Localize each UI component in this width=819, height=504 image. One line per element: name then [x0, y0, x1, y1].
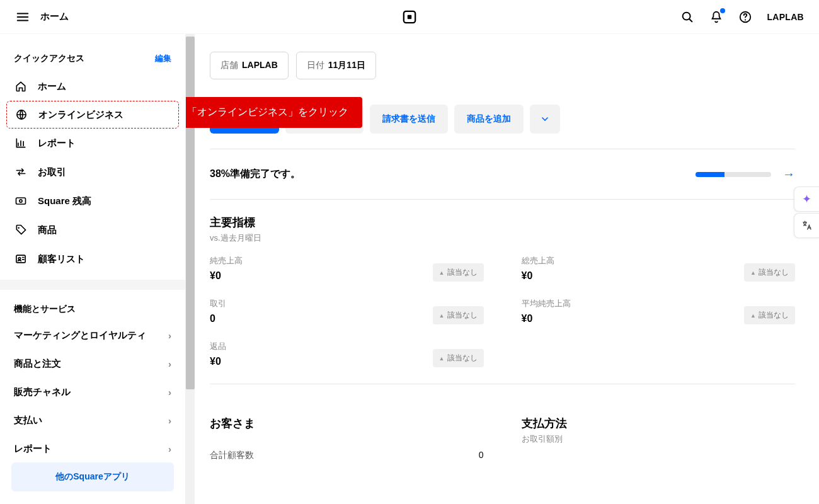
- nav-label: 商品: [38, 224, 57, 236]
- metric-name: 取引: [210, 298, 226, 309]
- nav-reports[interactable]: レポート: [0, 129, 185, 158]
- metric-value: ¥0: [210, 270, 243, 282]
- feature-channels[interactable]: 販売チャネル ›: [0, 378, 185, 406]
- features-title: 機能とサービス: [0, 292, 185, 321]
- contacts-icon: [14, 252, 28, 266]
- nav-balance[interactable]: Square 残高: [0, 186, 185, 215]
- metrics-subtitle: vs.過去月曜日: [210, 232, 795, 244]
- main-content: 「オンラインビジネス」をクリック 店舗 LAPLAB 日付 11月11日 残高に…: [186, 34, 819, 504]
- feature-reports[interactable]: レポート ›: [0, 435, 185, 459]
- metric-badge: 該当なし: [433, 263, 484, 282]
- svg-point-4: [745, 19, 746, 20]
- notification-dot: [720, 8, 725, 13]
- metric-name: 総売上高: [522, 255, 554, 266]
- svg-point-10: [18, 258, 20, 260]
- metric-value: ¥0: [522, 313, 571, 324]
- metric-badge: 該当なし: [433, 306, 484, 324]
- action-accept-payment[interactable]: 支払いの受付: [285, 105, 364, 134]
- customers-total-value: 0: [479, 450, 484, 461]
- filter-label: 日付: [307, 60, 324, 71]
- svg-point-7: [20, 200, 22, 202]
- metric-value: 0: [210, 313, 226, 324]
- section-title: お客さま: [210, 416, 484, 431]
- action-goto-balance[interactable]: 残高に移動: [210, 105, 279, 134]
- nav-items[interactable]: 商品: [0, 215, 185, 244]
- divider: [210, 384, 795, 384]
- filter-date[interactable]: 日付 11月11日: [296, 52, 376, 79]
- nav-customers[interactable]: 顧客リスト: [0, 244, 185, 273]
- quick-access-edit[interactable]: 編集: [155, 53, 171, 64]
- money-icon: [14, 194, 28, 208]
- metric-avg-net[interactable]: 平均純売上高 ¥0 該当なし: [522, 298, 796, 324]
- filter-store[interactable]: 店舗 LAPLAB: [210, 52, 289, 79]
- nav-home[interactable]: ホーム: [0, 72, 185, 101]
- section-subtitle: お取引額別: [522, 433, 796, 445]
- feature-label: 商品と注文: [14, 358, 61, 370]
- progress-label: 38%準備完了です。: [210, 168, 301, 181]
- metric-name: 返品: [210, 341, 226, 352]
- svg-point-8: [18, 227, 20, 229]
- metric-transactions[interactable]: 取引 0 該当なし: [210, 298, 484, 324]
- menu-icon[interactable]: [15, 9, 30, 25]
- metric-value: ¥0: [210, 356, 226, 367]
- transfer-icon: [14, 165, 28, 179]
- metric-badge: 該当なし: [433, 349, 484, 367]
- payment-method-section: 支払方法 お取引額別: [522, 416, 796, 461]
- metric-name: 平均純売上高: [522, 298, 571, 309]
- bell-icon[interactable]: [709, 9, 724, 25]
- search-icon[interactable]: [680, 9, 695, 25]
- nav-online-business[interactable]: オンラインビジネス: [6, 101, 179, 129]
- arrow-right-icon[interactable]: →: [782, 167, 795, 181]
- feature-label: 支払い: [14, 415, 42, 427]
- nav-label: レポート: [38, 137, 76, 149]
- progress-bar: [696, 172, 771, 177]
- other-apps-button[interactable]: 他のSquareアプリ: [11, 462, 174, 491]
- setup-progress[interactable]: 38%準備完了です。 →: [210, 149, 795, 199]
- page-title: ホーム: [40, 11, 69, 23]
- chevron-right-icon: ›: [168, 330, 171, 341]
- svg-rect-1: [408, 14, 411, 18]
- logo[interactable]: [403, 10, 416, 24]
- progress-fill: [696, 172, 724, 177]
- translate-icon: [801, 220, 813, 231]
- action-send-invoice[interactable]: 請求書を送信: [370, 105, 448, 134]
- topbar: ホーム LAPLAB: [0, 0, 819, 34]
- feature-items-orders[interactable]: 商品と注文 ›: [0, 350, 185, 378]
- nav-label: ホーム: [38, 81, 66, 93]
- svg-rect-6: [16, 198, 26, 204]
- ai-assist-button[interactable]: ✦: [794, 186, 819, 212]
- feature-label: レポート: [14, 443, 52, 455]
- action-more[interactable]: [530, 105, 560, 134]
- sparkle-icon: ✦: [802, 192, 811, 206]
- feature-label: 販売チャネル: [14, 386, 71, 398]
- filter-label: 店舗: [220, 60, 238, 71]
- action-add-item[interactable]: 商品を追加: [454, 105, 524, 134]
- chevron-down-icon: [540, 114, 550, 124]
- metrics-title: 主要指標: [210, 215, 795, 230]
- metric-gross-sales[interactable]: 総売上高 ¥0 該当なし: [522, 255, 796, 282]
- home-icon: [14, 79, 28, 93]
- section-title: 支払方法: [522, 416, 796, 431]
- chevron-right-icon: ›: [168, 444, 171, 454]
- filter-value: LAPLAB: [242, 60, 278, 71]
- feature-marketing[interactable]: マーケティングとロイヤルティ ›: [0, 321, 185, 350]
- nav-label: 顧客リスト: [38, 253, 85, 265]
- metric-value: ¥0: [522, 270, 554, 282]
- customers-section: お客さま 合計顧客数 0: [210, 416, 484, 461]
- nav-transactions[interactable]: お取引: [0, 158, 185, 186]
- account-menu[interactable]: LAPLAB: [767, 12, 804, 22]
- help-icon[interactable]: [738, 9, 753, 25]
- nav-label: Square 残高: [38, 195, 91, 207]
- metric-returns[interactable]: 返品 ¥0 該当なし: [210, 341, 484, 367]
- nav-label: オンラインビジネス: [38, 109, 123, 121]
- chevron-right-icon: ›: [168, 387, 171, 398]
- sidebar: クイックアクセス 編集 ホーム オンラインビジネス レポート お取引: [0, 34, 186, 504]
- tag-icon: [14, 223, 28, 237]
- feature-payments[interactable]: 支払い ›: [0, 406, 185, 435]
- nav-label: お取引: [38, 166, 66, 178]
- filter-value: 11月11日: [328, 60, 365, 71]
- chevron-right-icon: ›: [168, 415, 171, 426]
- translate-button[interactable]: [794, 213, 819, 238]
- chevron-right-icon: ›: [168, 358, 171, 369]
- metric-net-sales[interactable]: 純売上高 ¥0 該当なし: [210, 255, 484, 282]
